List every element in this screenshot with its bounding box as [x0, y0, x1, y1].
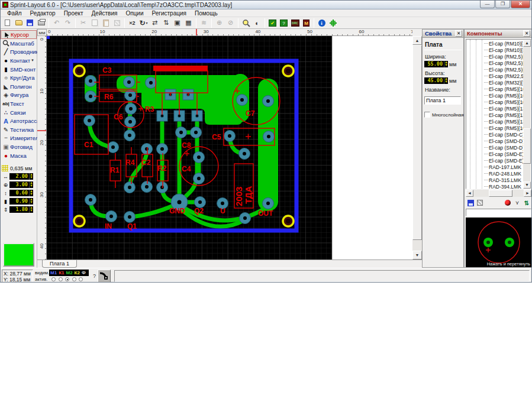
component-list-item[interactable]: El-cap (SMD-E) 2 [484, 151, 523, 157]
smd-width-spinner[interactable]: ▲▼ [29, 198, 33, 205]
smd-height-spinner[interactable]: ▲▼ [29, 206, 33, 213]
board-height-spinner[interactable]: ▲▼ [444, 77, 448, 84]
components-scroll-thumb[interactable] [523, 128, 531, 164]
pad-drill-spinner[interactable]: ▲▼ [29, 190, 33, 196]
tool-text[interactable]: ab|Текст [1, 99, 37, 108]
pad-drill-setting[interactable]: ↕ 0.60 ▲▼ [2, 189, 37, 197]
undo-button[interactable]: ↶ [51, 18, 62, 28]
pad-outer-value[interactable]: 3.00 [9, 181, 29, 188]
component-list-item[interactable]: El-cap (RM32)[76 [484, 79, 523, 86]
component-list-item[interactable]: RAD-394.LMK [484, 183, 523, 189]
title-bar[interactable]: Sprint-Layout 6.0 - [C:\Users\user\AppDa… [1, 1, 531, 9]
tool-smd[interactable]: ▮SMD-конт [1, 65, 37, 74]
delete-button[interactable] [111, 18, 122, 28]
layer-visible-toggle-М2[interactable]: М2 [66, 270, 72, 275]
component-list-item[interactable]: El-cap (SMD-D) 1 [484, 144, 523, 151]
layer-visible-toggle-К1[interactable]: К1 [59, 270, 64, 275]
tool-autoroute[interactable]: AАвтотрасса [1, 116, 37, 125]
tool-figure[interactable]: ◈Фигура [1, 91, 37, 100]
solder-side-icon[interactable] [503, 199, 512, 207]
properties-panel-titlebar[interactable]: Свойства ✕ [423, 30, 463, 38]
board-tab[interactable]: Плата 1 [42, 260, 77, 268]
maximize-button[interactable]: ❐ [495, 1, 510, 8]
scroll-thumb[interactable] [412, 45, 422, 240]
board-width-value[interactable]: 55.00 [424, 61, 444, 67]
tool-photo[interactable]: ▣Фотовид [1, 142, 37, 151]
smd-height-setting[interactable]: ⇕ 1.80 ▲▼ [2, 206, 37, 213]
drc-button[interactable]: DRC [289, 18, 301, 28]
components-scroll-right[interactable]: ► [524, 190, 531, 197]
track-width-spinner[interactable]: ▲▼ [29, 173, 33, 180]
layer-active-radio-Ф[interactable] [79, 277, 83, 281]
tool-track[interactable]: ╱Проводник [1, 48, 37, 57]
save-macro-icon[interactable] [466, 199, 475, 207]
footprint-matrix-button[interactable]: ▦ [183, 18, 194, 28]
tool-cursor[interactable]: Курсор [1, 30, 37, 39]
menu-item-4[interactable]: Действия [88, 10, 122, 17]
canvas-vertical-scrollbar[interactable]: ▲ ▼ [412, 36, 422, 259]
photo-view-button[interactable]: ◐ [252, 18, 263, 28]
macro-name-field[interactable] [466, 209, 531, 216]
cut-button[interactable]: ✂ [78, 18, 89, 28]
smd-width-value[interactable]: 0.90 [9, 198, 29, 205]
component-list-item[interactable]: El-cap (RM5)[13] [484, 105, 523, 112]
delete-macro-icon[interactable] [475, 199, 485, 207]
macro-library-button[interactable]: M [301, 18, 312, 28]
update-list-icon[interactable]: ⇅ [522, 199, 531, 207]
pad-outer-setting[interactable]: ⊕ 3.00 ▲▼ [2, 181, 37, 189]
component-list-item[interactable]: RAD-248.LMK [484, 170, 523, 177]
pad-drill-value[interactable]: 0.60 [9, 190, 29, 196]
stamp-button[interactable]: ▣ [172, 18, 183, 28]
component-list-item[interactable]: El-cap (RM5)[10] [484, 86, 523, 92]
track-bend-mode-button[interactable] [98, 270, 111, 283]
components-vertical-scrollbar[interactable]: ▲ ▼ [523, 40, 531, 189]
multilayer-checkbox[interactable] [424, 112, 430, 118]
tool-test[interactable]: ✎Тестилка [1, 125, 37, 134]
ground-plane-button[interactable]: ⊘ [225, 18, 236, 28]
layer-active-radio-К2[interactable] [72, 277, 76, 281]
tool-circle[interactable]: ○Круг/Дуга [1, 73, 37, 82]
minimize-button[interactable]: — [480, 1, 495, 8]
capture-mode-button[interactable] [327, 18, 338, 28]
close-button[interactable]: ✕ [511, 1, 530, 8]
components-scroll-left[interactable]: ◄ [466, 190, 473, 197]
zoom-button[interactable] [240, 18, 252, 28]
components-scroll-down[interactable]: ▼ [523, 181, 531, 189]
layer-active-radio-К1[interactable] [59, 277, 63, 281]
info-button[interactable]: i [316, 18, 327, 28]
pad-type-dropdown-icon[interactable]: ▾ [31, 58, 34, 63]
duplicate-x2-button[interactable]: ×2 [127, 18, 138, 28]
component-list-item[interactable]: El-cap (RM22,5)[ [484, 73, 523, 79]
component-list-item[interactable]: El-cap (SMD-E) 3 [484, 157, 523, 164]
save-button[interactable] [24, 18, 36, 28]
pin-numbers-icon[interactable]: ⋎ [512, 199, 522, 207]
rotate-button[interactable]: ↻▾ [138, 18, 149, 28]
menu-item-7[interactable]: Помощь [191, 10, 222, 17]
menu-item-5[interactable]: Опции [121, 10, 147, 17]
menu-item-1[interactable]: Файл [3, 10, 26, 17]
component-list-item[interactable]: El-cap (RM2,5)[9 [484, 66, 523, 73]
layer-active-radio-М1[interactable] [51, 277, 56, 281]
menu-item-2[interactable]: Редактор [26, 10, 60, 17]
tool-zoom[interactable]: Масштаб [1, 39, 37, 48]
component-list-item[interactable]: El-cap (SMD-D) 1 [484, 138, 523, 144]
layer-visible-toggle-М1[interactable]: М1 [50, 270, 57, 275]
components-scroll-up[interactable]: ▲ [523, 40, 531, 47]
component-list-item[interactable]: El-cap (RM5)[10] [484, 99, 523, 105]
track-width-setting[interactable]: ↔ 2.00 ▲▼ [2, 173, 37, 180]
component-list-item[interactable]: El-cap (RM5)[13] [484, 112, 523, 118]
print-button[interactable] [36, 18, 47, 28]
component-list-item[interactable]: El-cap (SMD-C) 2 [484, 131, 523, 138]
open-file-button[interactable] [13, 18, 24, 28]
layer-visible-toggle-К2[interactable]: К2 [75, 270, 80, 275]
component-list-item[interactable]: El-cap (RM5)[16] [484, 125, 523, 131]
board-width-spinner[interactable]: ▲▼ [444, 61, 448, 67]
copy-button[interactable] [89, 18, 100, 28]
components-hscroll-thumb[interactable] [489, 190, 512, 197]
layer-active-radio-М2[interactable] [65, 277, 69, 281]
metallization-button[interactable]: ⊕ [214, 18, 225, 28]
tool-mask[interactable]: ●Маска [1, 151, 37, 160]
component-list-item[interactable]: El-cap (RM10)[35 [484, 40, 523, 47]
active-layer-color-swatch[interactable] [3, 243, 34, 267]
tool-pad[interactable]: ●Контакт▾ [1, 56, 37, 65]
